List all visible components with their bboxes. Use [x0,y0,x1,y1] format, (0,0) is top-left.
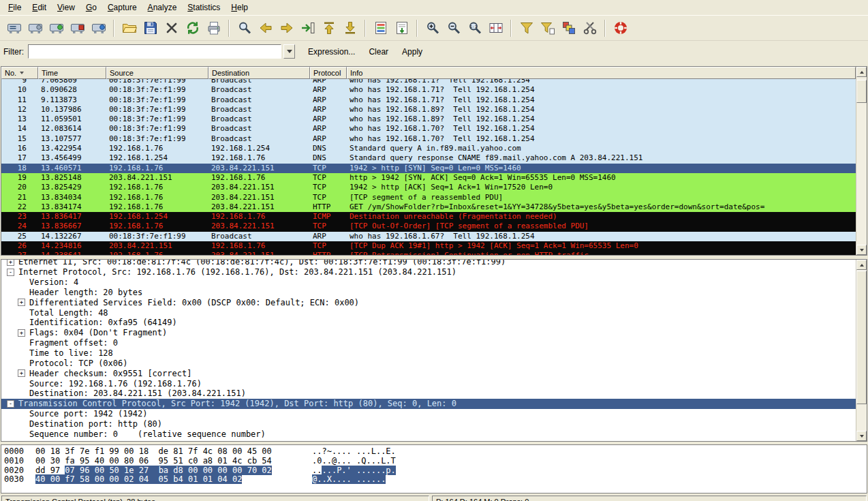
scroll-up-arrow[interactable] [856,260,867,270]
expand-toggle-icon[interactable]: + [18,299,25,306]
detail-line-12[interactable]: Source: 192.168.1.76 (192.168.1.76) [1,378,856,389]
menu-capture[interactable]: Capture [102,1,142,14]
packet-row-17[interactable]: 1713.456499192.168.1.254192.168.1.76DNSS… [1,153,856,163]
expand-toggle-icon[interactable]: + [7,260,14,266]
menu-help[interactable]: Help [226,1,253,14]
open-file-button[interactable] [119,18,140,39]
detail-line-7[interactable]: +Flags: 0x04 (Don't Fragment) [1,328,856,338]
go-back-button[interactable] [255,18,276,39]
scroll-down-arrow[interactable] [856,245,867,255]
packet-row-16[interactable]: 1613.422954192.168.1.76192.168.1.254DNSS… [1,144,856,153]
go-to-top-button[interactable] [318,18,339,39]
collapse-toggle-icon[interactable]: - [7,269,14,276]
column-header-time[interactable]: Time [38,67,106,79]
close-file-button[interactable] [161,18,182,39]
detail-line-17[interactable]: Sequence number: 0 (relative sequence nu… [1,429,856,439]
zoom-100-button[interactable]: 1:1 [464,18,485,39]
detail-line-4[interactable]: +Differentiated Services Field: 0x00 (DS… [1,297,856,307]
detail-line-14[interactable]: -Transmission Control Protocol, Src Port… [1,399,856,409]
help-button[interactable] [610,18,631,39]
print-button[interactable] [203,18,224,39]
packet-list[interactable]: 97.06580900:18:3f:7e:f1:99BroadcastARPwh… [1,79,856,255]
packet-details-tree[interactable]: +Ethernet II, Src: 00:18:de:81:7f:4c (00… [1,260,856,441]
capture-options-button[interactable] [25,18,46,39]
expand-toggle-icon[interactable]: + [18,329,25,337]
detail-line-9[interactable]: Time to live: 128 [1,348,856,359]
menu-view[interactable]: View [52,1,80,14]
detail-line-1[interactable]: -Internet Protocol, Src: 192.168.1.76 (1… [1,267,856,277]
scrollbar-track[interactable] [856,77,867,245]
packet-row-23[interactable]: 2313.836417192.168.1.254192.168.1.76ICMP… [1,212,856,222]
reload-button[interactable] [182,18,203,39]
hex-line-3[interactable]: 003040 00 f7 58 00 00 02 04 05 b4 01 01 … [4,475,864,485]
capture-filter-button[interactable] [516,18,537,39]
coloring-rules-button[interactable] [558,18,579,39]
filter-dropdown-button[interactable] [283,44,295,59]
apply-button[interactable]: Apply [396,45,429,59]
preferences-button[interactable] [579,18,600,39]
filter-input[interactable] [28,44,281,59]
detail-line-15[interactable]: Source port: 1942 (1942) [1,409,856,419]
detail-line-3[interactable]: Header length: 20 bytes [1,288,856,298]
detail-line-16[interactable]: Destination port: http (80) [1,419,856,429]
menu-analyze[interactable]: Analyze [142,1,183,14]
hex-dump[interactable]: 000000 18 3f 7e f1 99 00 18 de 81 7f 4c … [4,447,864,485]
column-header-destination[interactable]: Destination [208,67,310,79]
detail-line-11[interactable]: +Header checksum: 0x9551 [correct] [1,368,856,378]
packet-row-21[interactable]: 2113.834034192.168.1.76203.84.221.151TCP… [1,193,856,202]
menu-go[interactable]: Go [80,1,102,14]
packet-row-26[interactable]: 2614.234816203.84.221.151192.168.1.76TCP… [1,241,856,251]
details-scrollbar[interactable] [856,260,867,441]
save-file-button[interactable] [140,18,161,39]
go-forward-button[interactable] [276,18,297,39]
column-header-no[interactable]: No. [1,67,38,79]
packet-list-scrollbar[interactable] [856,67,867,255]
packet-row-11[interactable]: 119.11387300:18:3f:7e:f1:99BroadcastARPw… [1,95,856,105]
start-capture-button[interactable] [46,18,67,39]
auto-scroll-button[interactable] [391,18,412,39]
packet-row-12[interactable]: 1210.13798600:18:3f:7e:f1:99BroadcastARP… [1,105,856,115]
menu-file[interactable]: File [3,1,27,14]
find-packet-button[interactable] [234,18,255,39]
packet-row-13[interactable]: 1311.05950100:18:3f:7e:f1:99BroadcastARP… [1,115,856,124]
column-header-source[interactable]: Source [106,67,208,79]
detail-line-13[interactable]: Destination: 203.84.221.151 (203.84.221.… [1,389,856,399]
restart-capture-button[interactable] [88,18,109,39]
column-header-info[interactable]: Info [347,67,856,79]
zoom-in-button[interactable] [422,18,443,39]
stop-capture-button[interactable] [67,18,88,39]
scrollbar-track[interactable] [856,270,867,431]
packet-row-25[interactable]: 2514.13226700:18:3f:7e:f1:99BroadcastARP… [1,232,856,241]
scrollbar-thumb[interactable] [856,80,867,103]
detail-line-6[interactable]: Identification: 0xfa95 (64149) [1,318,856,328]
list-interfaces-button[interactable] [3,18,25,39]
packet-row-18[interactable]: 1813.460571192.168.1.76203.84.221.151TCP… [1,164,856,173]
scroll-up-arrow[interactable] [856,67,867,77]
go-to-bottom-button[interactable] [339,18,360,39]
packet-row-27[interactable]: 2714.238641192.168.1.76203.84.221.151HTT… [1,251,856,255]
scroll-down-arrow[interactable] [856,431,867,441]
display-filter-button[interactable] [537,18,558,39]
detail-line-0[interactable]: +Ethernet II, Src: 00:18:de:81:7f:4c (00… [1,260,856,267]
hex-line-1[interactable]: 001000 30 fa 95 40 00 80 06 95 51 c0 a8 … [4,457,864,466]
detail-line-8[interactable]: Fragment offset: 0 [1,338,856,348]
column-header-protocol[interactable]: Protocol [310,67,347,79]
hex-line-0[interactable]: 000000 18 3f 7e f1 99 00 18 de 81 7f 4c … [4,447,864,457]
zoom-out-button[interactable] [443,18,464,39]
packet-row-20[interactable]: 2013.825429192.168.1.76203.84.221.151TCP… [1,183,856,192]
menu-statistics[interactable]: Statistics [182,1,226,14]
packet-row-22[interactable]: 2213.834174192.168.1.76203.84.221.151HTT… [1,202,856,212]
packet-row-9[interactable]: 97.06580900:18:3f:7e:f1:99BroadcastARPwh… [1,79,856,85]
expand-toggle-icon[interactable]: + [18,369,25,377]
detail-line-10[interactable]: Protocol: TCP (0x06) [1,358,856,368]
menu-edit[interactable]: Edit [27,1,52,14]
detail-line-5[interactable]: Total Length: 48 [1,307,856,318]
colorize-button[interactable] [370,18,391,39]
packet-row-14[interactable]: 1412.08361400:18:3f:7e:f1:99BroadcastARP… [1,124,856,134]
packet-row-24[interactable]: 2413.836667192.168.1.76203.84.221.151TCP… [1,222,856,231]
hex-line-2[interactable]: 0020dd 97 07 96 00 50 1e 27 ba d8 00 00 … [4,466,864,476]
packet-row-10[interactable]: 108.09062800:18:3f:7e:f1:99BroadcastARPw… [1,85,856,95]
expression-button[interactable]: Expression... [302,45,361,59]
packet-row-19[interactable]: 1913.825148203.84.221.151192.168.1.76TCP… [1,173,856,183]
collapse-toggle-icon[interactable]: - [7,400,14,408]
